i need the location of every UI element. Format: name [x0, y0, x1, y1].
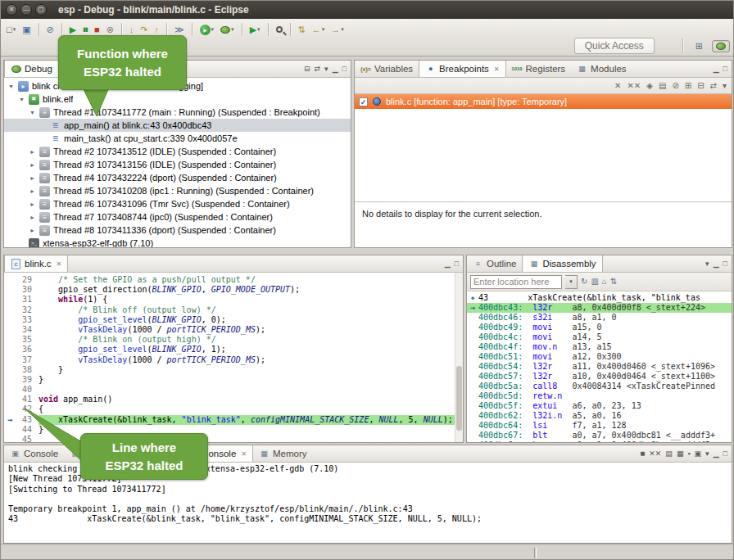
debug-tree-item[interactable]: ▾Thread #1 1073411772 (main : Running) (… [4, 106, 351, 119]
step-return-button[interactable]: ↑ [152, 23, 162, 36]
tab-variables[interactable]: (x)= Variables [355, 61, 419, 77]
minimize-icon[interactable]: ▁ [333, 65, 338, 73]
go-to-file-icon[interactable]: ▤ [659, 80, 666, 92]
remove-all-breakpoints-icon[interactable]: ✕✕ [627, 80, 641, 92]
disasm-instruction-line[interactable]: 400dbc5d: retw.n [467, 391, 732, 401]
view-menu-icon[interactable]: ▾ [705, 260, 709, 268]
disasm-instruction-line[interactable]: 400dbc64: lsi f7, a1, 128 [467, 421, 732, 431]
collapse-icon[interactable]: ▾ [7, 83, 15, 90]
disasm-instruction-line[interactable]: 400dbc57: l32r a10, 0x400d0464 <_stext+1… [467, 372, 732, 382]
debug-tree-item[interactable]: ▸Thread #8 1073411336 (dport) (Suspended… [4, 224, 351, 237]
remove-all-terminated-icon[interactable]: ✕✕ [649, 449, 661, 458]
tab-console[interactable]: ▣ Console [4, 445, 64, 462]
expand-icon[interactable]: ▸ [29, 227, 36, 234]
disasm-instruction-line[interactable]: 400dbc54: l32r a11, 0x400d0460 <_stext+1… [467, 362, 732, 372]
breakpoint-checkbox[interactable]: ✓ [359, 97, 368, 106]
refresh-icon[interactable]: ↻ [581, 276, 587, 287]
location-dropdown-icon[interactable]: ▾ [565, 275, 578, 289]
forward-button[interactable]: →▾ [328, 23, 347, 36]
code-line[interactable]: { [39, 404, 455, 414]
link-with-debug-icon[interactable]: ⇄ [710, 80, 717, 92]
step-into-button[interactable]: ↓ [127, 23, 137, 36]
debug-tree-item[interactable]: ▸Thread #5 1073410208 (ipc1 : Running) (… [4, 184, 351, 197]
remove-breakpoint-icon[interactable]: ✕ [614, 80, 621, 92]
step-over-button[interactable]: ↷ [138, 23, 150, 36]
code-line[interactable]: void app_main() [39, 395, 455, 404]
tab-breakpoints[interactable]: ● Breakpoints ✕ [419, 61, 505, 77]
display-console-icon[interactable]: ▣ [695, 449, 702, 458]
breakpoint-row[interactable]: ✓ blink.c [function: app_main] [type: Te… [355, 94, 732, 109]
tab-outline[interactable]: ≡ Outline [467, 255, 522, 272]
new-wizard-button[interactable]: □▾ [4, 23, 18, 36]
terminate-icon[interactable]: ■ [640, 449, 645, 458]
disasm-instruction-line[interactable]: 400dbc4c: movi a14, 5 [467, 332, 732, 342]
skip-all-breakpoints-icon[interactable]: ⊘ [672, 80, 678, 92]
collapse-all-icon[interactable]: ⊟ [304, 65, 310, 73]
back-button[interactable]: ←▾ [310, 23, 328, 36]
scrollbar-thumb[interactable] [456, 366, 462, 431]
disassembly-content[interactable]: ◆43 xTaskCreate(&blink_task, "blink_tas→… [467, 291, 732, 442]
sync-with-context-icon[interactable]: ⇅ [610, 276, 617, 287]
close-icon[interactable]: ✕ [492, 65, 500, 73]
code-editor[interactable]: → 2930313233343536373839404142434445 /* … [4, 273, 463, 442]
sash-grip[interactable] [534, 548, 537, 558]
expand-icon[interactable]: ▸ [29, 174, 36, 182]
close-icon[interactable]: ✕ [239, 450, 247, 458]
external-tools-button[interactable]: ▶▾ [247, 23, 263, 36]
clear-console-icon[interactable]: ▤ [665, 449, 673, 458]
debug-tree-item[interactable]: ▸Thread #6 1073431096 (Tmr Svc) (Suspend… [4, 197, 351, 210]
disasm-instruction-line[interactable]: 400dbc5a: call8 0x40084314 <xTaskCreateP… [467, 382, 732, 391]
view-menu-icon[interactable]: ▾ [705, 449, 709, 458]
disasm-instruction-line[interactable]: 400dbc49: movi a15, 0 [467, 323, 732, 332]
collapse-icon[interactable]: ▾ [18, 96, 25, 103]
maximize-icon[interactable]: □ [342, 65, 347, 73]
last-edit-location-button[interactable]: ⇅ [296, 23, 308, 36]
minimize-icon[interactable]: ▁ [714, 449, 719, 458]
disconnect-button[interactable]: ⊗ [104, 23, 116, 36]
debug-perspective-button[interactable] [712, 40, 730, 52]
tab-memory[interactable]: ▦ Memory [253, 445, 313, 462]
run-button[interactable]: ▾ [197, 23, 217, 36]
quick-access[interactable]: Quick Access [574, 38, 655, 54]
debug-button[interactable]: ▾ [218, 23, 237, 36]
disasm-instruction-line[interactable]: 400dbc6a: bnone a0, a1, 0x400dbc8b <__ad… [467, 440, 732, 442]
view-menu-icon[interactable]: ▾ [324, 65, 328, 73]
terminate-button[interactable]: ■ [92, 23, 102, 36]
debug-tree-item[interactable]: ▸Thread #3 1073413156 (IDLE) (Suspended … [4, 158, 351, 171]
expand-icon[interactable]: ▸ [29, 187, 36, 195]
open-perspective-button[interactable]: ⊞ [691, 38, 707, 54]
expand-icon[interactable]: ▸ [29, 148, 36, 156]
home-icon[interactable]: ⌂ [602, 276, 607, 287]
debug-tree-item[interactable]: ▸Thread #2 1073413512 (IDLE) (Suspended … [4, 145, 351, 158]
expand-icon[interactable]: ▸ [29, 201, 36, 208]
suspend-button[interactable]: ▮▮ [80, 23, 90, 36]
debug-tree-item[interactable]: ▾blink.elf [4, 93, 351, 106]
disasm-instruction-line[interactable]: 400dbc62: l32i.n a5, a0, 16 [467, 411, 732, 421]
tab-modules[interactable]: ▦ Modules [571, 61, 632, 77]
debug-tree-item[interactable]: ▸Thread #4 1073432224 (dport) (Suspended… [4, 171, 351, 184]
location-input[interactable]: Enter location here [470, 275, 562, 289]
expand-icon[interactable]: ▸ [29, 214, 36, 221]
minimize-icon[interactable]: ▁ [445, 260, 451, 268]
code-line[interactable]: /* Blink off (output low) */ [39, 305, 455, 315]
code-line[interactable]: /* Blink on (output high) */ [39, 335, 455, 345]
code-line[interactable]: gpio_set_level(BLINK_GPIO, 0); [39, 315, 455, 325]
code-line-current[interactable]: xTaskCreate(&blink_task, "blink_task", c… [39, 415, 455, 425]
collapse-all-icon[interactable]: ⊟ [697, 80, 704, 92]
debug-tree-item[interactable]: main_task() at cpu_start.c:339 0x400d057… [4, 132, 351, 145]
show-breakpoints-for-target-icon[interactable]: ◈ [646, 80, 653, 92]
code-line[interactable]: gpio_set_level(BLINK_GPIO, 1); [39, 345, 455, 355]
debug-tree-item[interactable]: ▸Thread #7 1073408744 (ipc0) (Suspended … [4, 210, 351, 224]
code-line[interactable]: while(1) { [39, 295, 455, 305]
window-maximize-button[interactable]: ▢ [35, 4, 47, 16]
code-line[interactable]: } [39, 375, 455, 385]
disasm-instruction-line[interactable]: 400dbc4f: mov.n a13, a15 [467, 342, 732, 352]
expand-icon[interactable]: ▸ [29, 161, 36, 169]
show-source-icon[interactable]: ▥ [591, 276, 598, 287]
tab-blink-c[interactable]: c blink.c ✕ [4, 255, 68, 272]
code-line[interactable]: vTaskDelay(1000 / portTICK_PERIOD_MS); [39, 325, 455, 335]
minimize-icon[interactable]: ▁ [714, 260, 719, 268]
code-line[interactable]: gpio_set_direction(BLINK_GPIO, GPIO_MODE… [39, 285, 455, 295]
close-icon[interactable]: ✕ [55, 260, 62, 268]
skip-all-breakpoints-button[interactable]: ⊘ [44, 23, 57, 36]
